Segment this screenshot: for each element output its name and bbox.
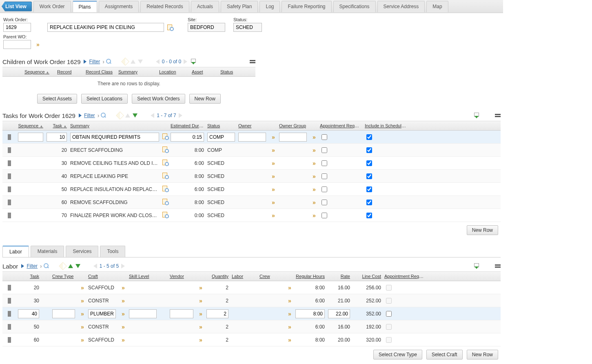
download-icon[interactable]	[473, 262, 480, 270]
chevron-icon[interactable]: »	[81, 297, 82, 304]
craft-input[interactable]	[88, 309, 116, 318]
filter-link[interactable]: Filter	[84, 113, 95, 118]
expand-icon[interactable]	[8, 186, 11, 192]
col-line-cost[interactable]: Line Cost	[352, 274, 383, 279]
tab-map[interactable]: Map	[426, 1, 448, 12]
chevron-icon[interactable]: »	[313, 199, 314, 206]
subtab-labor[interactable]: Labor	[2, 246, 29, 257]
wo-description-input[interactable]	[47, 23, 164, 32]
detail-menu-icon[interactable]	[162, 173, 168, 178]
select-assets-button[interactable]: Select Assets	[37, 94, 77, 104]
col-status[interactable]: Status	[206, 123, 237, 128]
chevron-icon[interactable]: »	[313, 134, 314, 140]
task-row[interactable]: 40REPLACE LEAKING PIPE8:00SCHED»»	[2, 170, 501, 183]
tab-service-address[interactable]: Service Address	[377, 1, 425, 12]
col-record[interactable]: Record	[55, 69, 84, 74]
select-craft-button[interactable]: Select Craft	[426, 350, 463, 360]
download-icon[interactable]	[190, 58, 197, 65]
expand-icon[interactable]	[8, 298, 11, 304]
labor-row[interactable]: »»»»352.00	[2, 307, 501, 320]
chevron-icon[interactable]: »	[199, 311, 201, 317]
chevron-detail-icon[interactable]: »	[33, 41, 41, 48]
col-appointment[interactable]: Appointment Required?	[318, 123, 363, 128]
task-input[interactable]	[18, 309, 39, 318]
wo-number-input[interactable]	[3, 23, 31, 32]
rate-input[interactable]	[328, 309, 350, 318]
task-row[interactable]: 70FINALIZE PAPER WORK AND CLOSE WORK ORD…	[2, 209, 501, 222]
search-icon[interactable]	[100, 112, 107, 119]
filter-chevron-icon[interactable]: ›	[98, 112, 98, 119]
chevron-icon[interactable]: »	[288, 311, 290, 317]
expand-icon[interactable]	[8, 147, 11, 153]
arrow-down-active-icon[interactable]	[133, 113, 137, 118]
task-input[interactable]	[47, 133, 67, 142]
chevron-icon[interactable]: »	[81, 324, 82, 330]
task-row[interactable]: 20ERECT SCAFFOLDING8:00COMP»»	[2, 144, 501, 157]
include-schedule-checkbox[interactable]	[366, 173, 372, 179]
labor-row[interactable]: 20»SCAFFOLD»»2»8:0016.00256.00	[2, 281, 501, 294]
tab-plans[interactable]: Plans	[73, 1, 97, 12]
expand-icon[interactable]	[8, 200, 11, 205]
tab-work-order[interactable]: Work Order	[33, 1, 71, 12]
chevron-icon[interactable]: »	[313, 186, 314, 193]
filter-play-icon[interactable]	[84, 60, 86, 64]
col-status[interactable]: Status	[219, 69, 247, 74]
expand-icon[interactable]	[8, 173, 11, 179]
chevron-icon[interactable]: »	[81, 311, 82, 317]
col-sequence[interactable]: Sequence ▲	[16, 123, 45, 128]
appointment-checkbox[interactable]	[321, 160, 327, 166]
crewtype-input[interactable]	[52, 309, 75, 318]
chevron-icon[interactable]: »	[272, 199, 273, 206]
chevron-icon[interactable]: »	[199, 337, 201, 343]
col-crew-type[interactable]: Crew Type	[51, 274, 77, 279]
col-craft[interactable]: Craft	[86, 274, 118, 279]
duration-input[interactable]	[171, 133, 204, 142]
summary-input[interactable]	[70, 133, 159, 142]
detail-menu-icon[interactable]	[162, 199, 168, 204]
appointment-checkbox[interactable]	[321, 134, 327, 140]
chevron-icon[interactable]: »	[313, 212, 314, 219]
detail-menu-icon[interactable]	[162, 186, 168, 191]
new-row-button[interactable]: New Row	[467, 350, 498, 360]
search-icon[interactable]	[105, 58, 113, 65]
collapse-icon[interactable]	[495, 114, 501, 117]
col-regular-hours[interactable]: Regular Hours	[294, 274, 326, 279]
tasks-new-row-button[interactable]: New Row	[467, 225, 498, 235]
chevron-icon[interactable]: »	[122, 284, 123, 291]
detail-menu-icon[interactable]	[162, 212, 168, 218]
appointment-checkbox[interactable]	[321, 186, 327, 192]
expand-icon[interactable]	[8, 213, 11, 218]
tab-assignments[interactable]: Assignments	[99, 1, 139, 12]
download-icon[interactable]	[473, 112, 480, 119]
expand-icon[interactable]	[8, 285, 11, 291]
detail-menu-icon[interactable]	[162, 133, 168, 139]
col-task[interactable]: Task	[16, 274, 41, 279]
appointment-checkbox[interactable]	[321, 147, 327, 153]
filter-play-icon[interactable]	[79, 113, 82, 118]
task-row[interactable]: 60REMOVE SCAFFOLDING8:00SCHED»»	[2, 196, 501, 209]
col-labor[interactable]: Labor	[230, 274, 258, 279]
detail-menu-icon[interactable]	[166, 24, 174, 31]
chevron-icon[interactable]: »	[272, 186, 273, 193]
col-skill-level[interactable]: Skill Level	[127, 274, 158, 279]
arrow-down-active-icon[interactable]	[75, 264, 80, 268]
sequence-input[interactable]	[18, 133, 43, 142]
col-record-class[interactable]: Record Class	[84, 69, 117, 74]
appointment-checkbox[interactable]	[321, 213, 327, 218]
chevron-icon[interactable]: »	[199, 297, 201, 304]
chevron-icon[interactable]: »	[272, 147, 273, 153]
qty-input[interactable]	[206, 309, 228, 318]
chevron-icon[interactable]: »	[122, 337, 123, 343]
skill-input[interactable]	[129, 309, 157, 318]
chevron-icon[interactable]: »	[272, 134, 273, 140]
tab-specifications[interactable]: Specifications	[333, 1, 376, 12]
chevron-icon[interactable]: »	[272, 173, 273, 180]
appointment-checkbox[interactable]	[321, 200, 327, 205]
appointment-checkbox[interactable]	[321, 173, 327, 179]
labor-row[interactable]: 60»SCAFFOLD»»2»8:0020.00320.00	[2, 333, 501, 346]
include-schedule-checkbox[interactable]	[366, 186, 372, 192]
chevron-icon[interactable]: »	[199, 324, 201, 330]
task-row[interactable]: »»	[2, 131, 501, 144]
chevron-icon[interactable]: »	[313, 173, 314, 180]
col-appointment[interactable]: Appointment Required?	[383, 274, 428, 279]
